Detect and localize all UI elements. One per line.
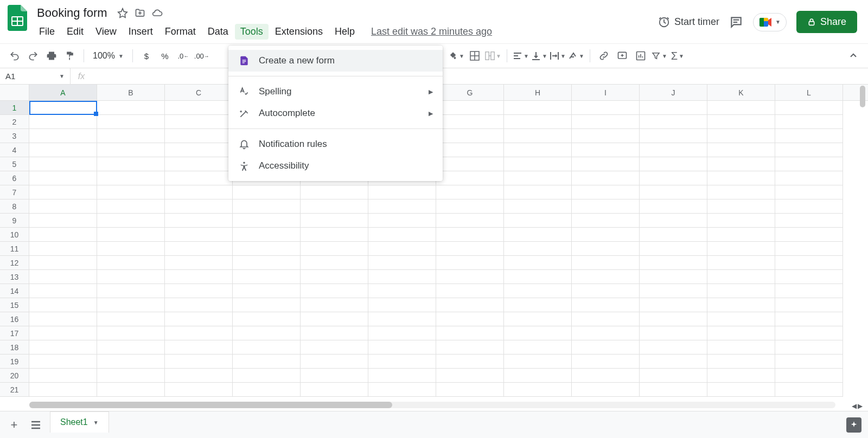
- autocomplete-icon: [238, 107, 250, 119]
- undo-button[interactable]: [7, 48, 23, 64]
- col-header-j[interactable]: J: [640, 85, 707, 100]
- menu-tools[interactable]: Tools: [235, 24, 269, 40]
- col-header-c[interactable]: C: [165, 85, 233, 100]
- row-header-9[interactable]: 9: [0, 214, 29, 228]
- add-sheet-button[interactable]: +: [7, 417, 22, 433]
- start-timer-button[interactable]: Start timer: [658, 16, 719, 28]
- row-header-7[interactable]: 7: [0, 185, 29, 199]
- sheets-logo-icon[interactable]: [7, 4, 28, 31]
- svg-rect-28: [242, 61, 246, 62]
- accessibility-icon: [238, 160, 250, 172]
- move-icon[interactable]: [135, 8, 145, 18]
- row-header-20[interactable]: 20: [0, 369, 29, 383]
- row-header-5[interactable]: 5: [0, 157, 29, 171]
- row-header-14[interactable]: 14: [0, 284, 29, 298]
- row-header-17[interactable]: 17: [0, 326, 29, 340]
- menu-data[interactable]: Data: [202, 24, 234, 40]
- sheet-tab-1[interactable]: Sheet1 ▼: [50, 411, 109, 433]
- decrease-decimal-button[interactable]: .0←: [175, 48, 192, 64]
- last-edit-link[interactable]: Last edit was 2 minutes ago: [371, 26, 492, 37]
- scroll-left-button[interactable]: ◀: [852, 402, 857, 410]
- row-header-13[interactable]: 13: [0, 270, 29, 284]
- vertical-scrollbar[interactable]: [858, 86, 867, 107]
- title-row: Booking form: [34, 4, 658, 22]
- row-header-12[interactable]: 12: [0, 256, 29, 270]
- col-header-h[interactable]: H: [504, 85, 572, 100]
- redo-button[interactable]: [25, 48, 41, 64]
- menu-format[interactable]: Format: [159, 24, 201, 40]
- row-header-16[interactable]: 16: [0, 312, 29, 326]
- col-header-k[interactable]: K: [707, 85, 775, 100]
- share-button[interactable]: Share: [796, 11, 857, 33]
- menu-edit[interactable]: Edit: [61, 24, 89, 40]
- tools-menu-dropdown: Create a new form Spelling ▶ Autocomplet…: [228, 46, 443, 181]
- row-header-19[interactable]: 19: [0, 355, 29, 369]
- dd-label: Notification rules: [259, 139, 327, 150]
- tools-notification-rules[interactable]: Notification rules: [228, 133, 443, 155]
- col-header-g[interactable]: G: [436, 85, 504, 100]
- cloud-status-icon[interactable]: [152, 8, 163, 18]
- insert-chart-button[interactable]: [633, 48, 649, 64]
- insert-link-button[interactable]: [596, 48, 612, 64]
- scroll-right-button[interactable]: ▶: [858, 402, 863, 410]
- format-percent-button[interactable]: %: [157, 48, 173, 64]
- col-header-a[interactable]: A: [29, 85, 97, 100]
- explore-button[interactable]: [846, 417, 861, 433]
- text-rotation-button[interactable]: ▼: [568, 48, 584, 64]
- row-headers: 1 2 3 4 5 6 7 8 9 10 11 12 13 14 15 16 1…: [0, 101, 29, 397]
- dd-label: Accessibility: [259, 160, 309, 171]
- all-sheets-button[interactable]: [28, 417, 43, 433]
- meet-button[interactable]: ▼: [753, 13, 787, 31]
- increase-decimal-button[interactable]: .00→: [194, 48, 210, 64]
- zoom-select[interactable]: 100%▼: [90, 51, 127, 61]
- row-header-4[interactable]: 4: [0, 143, 29, 157]
- menu-help[interactable]: Help: [329, 24, 360, 40]
- col-header-l[interactable]: L: [775, 85, 843, 100]
- vertical-align-button[interactable]: ▼: [531, 48, 547, 64]
- tools-autocomplete[interactable]: Autocomplete ▶: [228, 102, 443, 124]
- row-header-18[interactable]: 18: [0, 340, 29, 355]
- name-box[interactable]: A1 ▼: [0, 68, 71, 84]
- row-header-6[interactable]: 6: [0, 171, 29, 185]
- functions-button[interactable]: Σ▼: [669, 48, 686, 64]
- fx-label: fx: [71, 72, 92, 81]
- menu-view[interactable]: View: [90, 24, 122, 40]
- menu-file[interactable]: File: [34, 24, 60, 40]
- print-button[interactable]: [43, 48, 60, 64]
- borders-button[interactable]: [467, 48, 483, 64]
- collapse-toolbar-button[interactable]: [845, 48, 861, 64]
- doc-title[interactable]: Booking form: [34, 5, 111, 21]
- filter-button[interactable]: ▼: [651, 48, 667, 64]
- row-header-2[interactable]: 2: [0, 115, 29, 129]
- text-wrap-button[interactable]: ▼: [550, 48, 566, 64]
- comments-icon[interactable]: [729, 15, 743, 29]
- formula-input[interactable]: [92, 68, 868, 84]
- menu-extensions[interactable]: Extensions: [270, 24, 328, 40]
- fill-color-button[interactable]: ▼: [448, 48, 464, 64]
- paint-format-button[interactable]: [62, 48, 78, 64]
- tools-create-form[interactable]: Create a new form: [228, 50, 443, 72]
- svg-rect-27: [242, 60, 246, 60]
- format-currency-button[interactable]: $: [138, 48, 155, 64]
- tools-spelling[interactable]: Spelling ▶: [228, 81, 443, 102]
- tools-accessibility[interactable]: Accessibility: [228, 155, 443, 177]
- col-header-i[interactable]: I: [572, 85, 640, 100]
- spelling-icon: [238, 86, 250, 98]
- star-icon[interactable]: [117, 8, 128, 18]
- row-header-3[interactable]: 3: [0, 129, 29, 143]
- merge-cells-button[interactable]: ▼: [485, 48, 501, 64]
- row-header-11[interactable]: 11: [0, 242, 29, 256]
- select-all-corner[interactable]: [0, 85, 29, 100]
- row-header-8[interactable]: 8: [0, 199, 29, 214]
- row-header-15[interactable]: 15: [0, 298, 29, 312]
- menu-insert[interactable]: Insert: [123, 24, 158, 40]
- col-header-b[interactable]: B: [97, 85, 165, 100]
- horizontal-align-button[interactable]: ▼: [513, 48, 529, 64]
- row-header-21[interactable]: 21: [0, 383, 29, 397]
- horizontal-scrollbar[interactable]: [29, 400, 835, 410]
- header: Booking form File Edit View Insert Forma…: [0, 0, 868, 43]
- caret-down-icon: ▼: [93, 420, 99, 426]
- row-header-1[interactable]: 1: [0, 101, 29, 115]
- row-header-10[interactable]: 10: [0, 228, 29, 242]
- insert-comment-button[interactable]: [614, 48, 630, 64]
